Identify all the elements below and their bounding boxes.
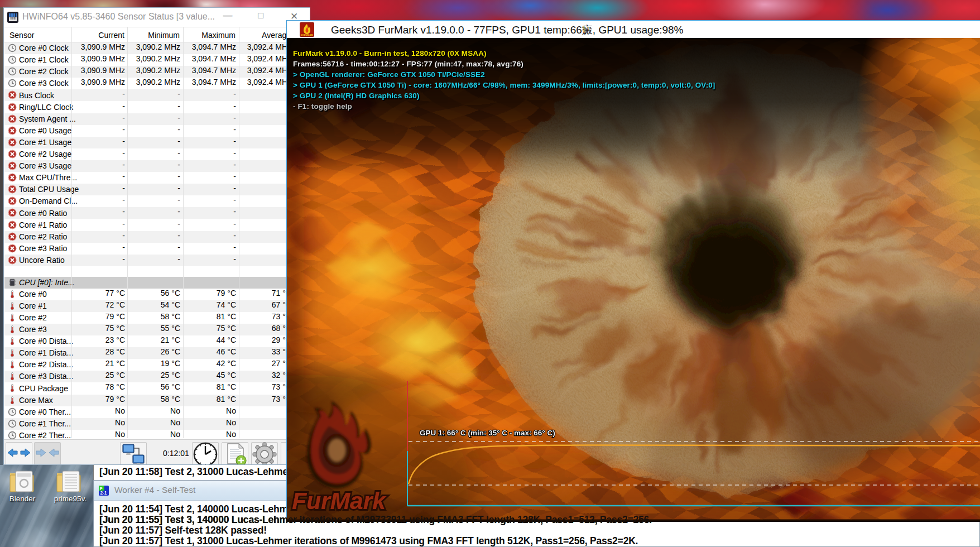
svg-text:2-1: 2-1 bbox=[100, 491, 107, 496]
svg-text:FURMARK: FURMARK bbox=[301, 34, 314, 37]
svg-text:FurMark: FurMark bbox=[292, 488, 387, 514]
svg-text:GPU 1: 66° C (min: 35° C - max: GPU 1: 66° C (min: 35° C - max: 66° C) bbox=[420, 429, 555, 437]
